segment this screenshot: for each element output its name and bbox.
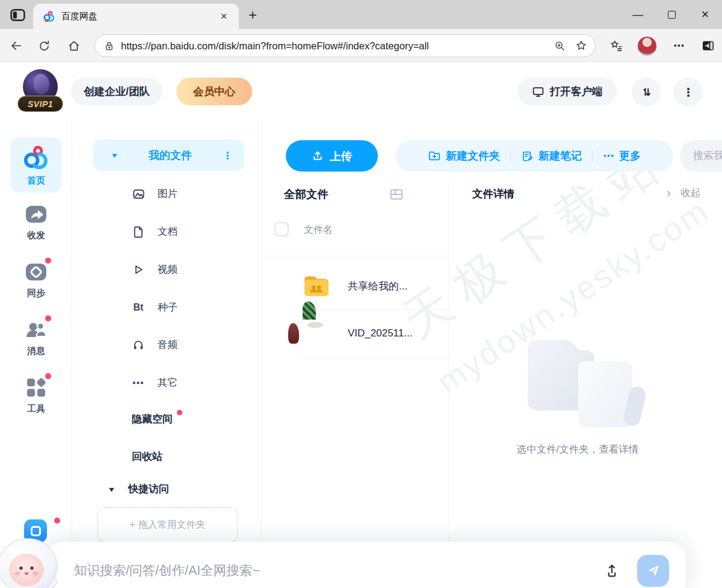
tab-overview-button[interactable]	[6, 5, 29, 25]
upload-icon	[312, 150, 324, 162]
new-folder-label: 新建文件夹	[446, 149, 500, 163]
drop-hint-label: + 拖入常用文件夹	[130, 519, 206, 531]
divider	[301, 309, 448, 310]
bookmarks-menu-button[interactable]	[605, 34, 628, 57]
tree-item-hidden-space[interactable]: 隐藏空间	[132, 412, 173, 426]
member-center-label: 会员中心	[193, 84, 235, 99]
more-label: 更多	[619, 149, 641, 163]
kebab-icon: ⋮	[683, 85, 694, 99]
frequent-folder-drop-zone[interactable]: + 拖入常用文件夹	[97, 507, 238, 542]
chevron-right-icon: ›	[667, 187, 671, 199]
zoom-icon[interactable]	[554, 40, 566, 52]
rail-tools-label: 工具	[27, 403, 45, 415]
notification-dot	[45, 373, 51, 379]
address-bar[interactable]	[94, 34, 596, 57]
rail-item-send-receive[interactable]: 收发	[0, 202, 72, 241]
back-icon	[10, 39, 23, 52]
tree-documents-label: 文档	[158, 225, 177, 238]
new-tab-button[interactable]: +	[244, 6, 262, 24]
profile-avatar	[637, 36, 657, 56]
ai-assistant-mascot[interactable]	[0, 536, 66, 588]
notification-dot	[45, 315, 51, 321]
rail-item-sync[interactable]: 同步	[0, 260, 72, 299]
tree-videos-label: 视频	[158, 263, 177, 276]
document-icon	[132, 225, 145, 238]
back-button[interactable]	[5, 34, 28, 57]
my-files-header[interactable]: ▼ 我的文件 ⋮	[93, 140, 244, 171]
app-header: SVIP1 创建企业/团队 会员中心 打开客户端 ⋮	[0, 62, 722, 119]
my-files-label: 我的文件	[118, 148, 223, 162]
collapse-label: 收起	[680, 187, 700, 200]
header-menu-button[interactable]: ⋮	[674, 78, 703, 107]
tree-seeds-label: 种子	[158, 301, 177, 314]
toolbar-group: 新建文件夹 新建笔记 ⋯ 更多	[395, 140, 673, 172]
tools-icon	[24, 376, 48, 400]
headphones-icon	[132, 338, 145, 351]
baidu-pan-logo-icon	[22, 144, 50, 172]
rail-item-tools[interactable]: 工具	[0, 376, 72, 415]
separator	[510, 150, 511, 162]
transfer-list-button[interactable]	[632, 78, 661, 107]
browser-menu-button[interactable]: ⋯	[668, 34, 691, 57]
maximize-button[interactable]	[655, 0, 688, 29]
tree-item-bt-seeds[interactable]: Bt 种子	[72, 299, 262, 317]
svip-badge[interactable]: SVIP1	[17, 96, 63, 112]
lock-icon[interactable]	[103, 40, 115, 52]
detail-panel-title: 文件详情	[472, 187, 514, 201]
tree-item-documents[interactable]: 文档	[72, 223, 262, 241]
new-folder-icon	[428, 149, 441, 162]
images-icon	[132, 187, 146, 201]
close-tab-icon[interactable]: ×	[216, 8, 232, 24]
file-section-title: 全部文件	[284, 187, 329, 202]
tree-item-other[interactable]: ⋯ 其它	[72, 374, 262, 392]
member-center-button[interactable]: 会员中心	[176, 78, 252, 105]
reload-button[interactable]	[32, 34, 55, 57]
send-button[interactable]	[637, 555, 669, 587]
caret-down-icon[interactable]: ▼	[110, 152, 119, 159]
tree-item-quick-access[interactable]: ▼ 快捷访问	[108, 482, 169, 496]
more-button[interactable]: ⋯ 更多	[603, 149, 641, 163]
tree-item-audio[interactable]: 音频	[72, 336, 262, 354]
file-row-shared-folder[interactable]: 共享给我的...	[262, 265, 448, 308]
column-header-name: 文件名	[304, 224, 333, 237]
file-tree-sidebar: ▼ 我的文件 ⋮ 图片 文档 视频 Bt 种子	[72, 119, 262, 588]
rail-send-receive-label: 收发	[27, 230, 45, 241]
new-note-button[interactable]: 新建笔记	[521, 149, 582, 163]
rail-messages-label: 消息	[27, 345, 45, 357]
browser-tab[interactable]: 百度网盘 ×	[33, 4, 239, 29]
home-button[interactable]	[63, 34, 85, 57]
tree-item-videos[interactable]: 视频	[72, 261, 262, 279]
ai-search-input[interactable]	[74, 563, 603, 578]
close-window-button[interactable]: ×	[688, 0, 722, 29]
my-files-menu-icon[interactable]: ⋮	[223, 150, 232, 161]
tree-item-images[interactable]: 图片	[72, 185, 262, 203]
select-all-checkbox[interactable]	[274, 222, 289, 237]
messages-icon	[24, 318, 48, 342]
sidebar-panel-button[interactable]	[697, 34, 720, 57]
url-input[interactable]	[121, 40, 554, 52]
file-search-box[interactable]	[680, 140, 722, 172]
create-team-button[interactable]: 创建企业/团队	[71, 78, 162, 105]
profile-button[interactable]	[635, 34, 658, 57]
share-upload-icon[interactable]	[603, 562, 620, 579]
minimize-button[interactable]: —	[621, 0, 655, 29]
new-folder-button[interactable]: 新建文件夹	[428, 149, 500, 163]
baidu-pan-favicon-icon	[43, 10, 55, 23]
ai-search-bar[interactable]	[45, 542, 686, 588]
caret-down-icon[interactable]: ▼	[107, 486, 116, 493]
file-search-input[interactable]	[693, 150, 722, 162]
rail-item-home[interactable]: 首页	[10, 137, 62, 193]
notification-dot	[45, 258, 51, 264]
file-row-video[interactable]: VID_202511...	[262, 313, 448, 356]
baidu-netdisk-app: SVIP1 创建企业/团队 会员中心 打开客户端 ⋮	[0, 62, 722, 588]
collapse-panel-button[interactable]: › 收起	[667, 187, 700, 200]
open-client-button[interactable]: 打开客户端	[517, 78, 617, 105]
tree-item-recycle-bin[interactable]: 回收站	[132, 450, 162, 463]
tab-overview-icon	[10, 8, 25, 22]
hidden-space-label: 隐藏空间	[132, 413, 173, 425]
view-toggle-button[interactable]	[389, 187, 404, 205]
transfer-icon	[640, 85, 653, 99]
rail-item-messages[interactable]: 消息	[0, 318, 72, 357]
upload-button[interactable]: 上传	[286, 140, 378, 172]
bookmark-star-icon[interactable]	[575, 39, 588, 52]
